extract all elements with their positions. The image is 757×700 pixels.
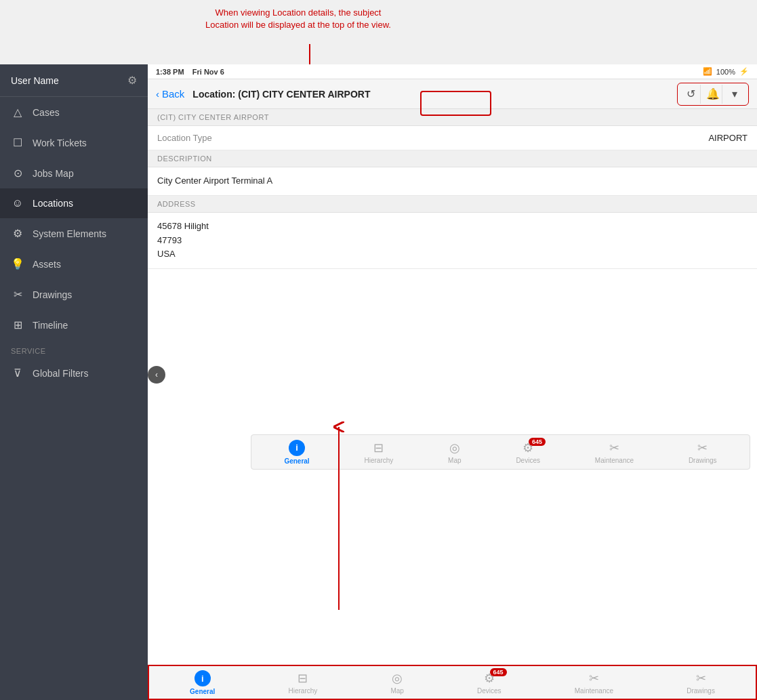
- preview-tab-bar: i General ⊟ Hierarchy ◎ Map ⚙ 645 Device…: [251, 434, 750, 470]
- location-name-header: (CIT) CITY CENTER AIRPORT: [148, 109, 757, 126]
- sidebar-toggle-button[interactable]: ‹: [148, 366, 165, 384]
- sidebar-item-label: Locations: [33, 198, 73, 209]
- hierarchy-icon: ⊟: [373, 440, 384, 455]
- tab-general[interactable]: i General: [184, 667, 220, 698]
- status-time: 1:38 PM Fri Nov 6: [156, 68, 224, 76]
- map-icon: ◎: [449, 440, 460, 455]
- tab-map[interactable]: ◎ Map: [385, 668, 409, 697]
- tab-label-hierarchy-bottom: Hierarchy: [288, 687, 317, 695]
- detail-panel: (CIT) CITY CENTER AIRPORT Location Type …: [148, 109, 757, 700]
- wifi-icon: 📶: [703, 67, 712, 76]
- sidebar: User Name ⚙ △ Cases ☐ Work Tickets ⊙ Job…: [0, 64, 148, 700]
- main-content: ‹ Back Location: (CIT) CITY CENTER AIRPO…: [148, 79, 757, 700]
- address-line1: 45678 Hilight: [157, 220, 748, 234]
- sidebar-item-timeline[interactable]: ⊞ Timeline: [0, 310, 148, 340]
- address-line3: USA: [157, 247, 748, 262]
- tab-bar: i General ⊟ Hierarchy ◎ Map ⚙ 645 Device…: [148, 665, 757, 700]
- empty-space: [148, 269, 757, 405]
- back-chevron-icon: ‹: [156, 88, 159, 100]
- drawings-icon: ✂: [11, 288, 24, 301]
- sidebar-item-label: Timeline: [33, 320, 68, 331]
- drawings-tab-icon: ✂: [697, 440, 708, 455]
- address-header: ADDRESS: [148, 196, 757, 213]
- sidebar-item-drawings[interactable]: ✂ Drawings: [0, 279, 148, 310]
- jobs-map-icon: ⊙: [11, 167, 24, 180]
- nav-commands: ↺ 🔔 ▾: [677, 83, 749, 106]
- global-filters-icon: ⊽: [11, 367, 24, 379]
- tab-label-map: Map: [448, 457, 461, 464]
- sidebar-item-label: Work Tickets: [33, 138, 87, 148]
- refresh-button[interactable]: ↺: [682, 85, 701, 104]
- sidebar-item-label: Cases: [33, 107, 60, 118]
- sidebar-item-cases[interactable]: △ Cases: [0, 97, 148, 127]
- sidebar-item-label: Assets: [33, 259, 61, 270]
- description-value: City Center Airport Terminal A: [148, 167, 757, 196]
- address-value: 45678 Hilight 47793 USA: [148, 213, 757, 269]
- tab-map-preview[interactable]: ◎ Map: [443, 438, 466, 467]
- back-label: Back: [162, 88, 184, 100]
- maintenance-icon: ✂: [609, 440, 619, 455]
- status-right: 📶 100% ⚡: [703, 67, 749, 76]
- sidebar-item-global-filters[interactable]: ⊽ Global Filters: [0, 358, 148, 388]
- sidebar-header: User Name ⚙: [0, 64, 148, 97]
- timeline-icon: ⊞: [11, 318, 24, 331]
- tab-label-maintenance-bottom: Maintenance: [575, 687, 613, 695]
- location-type-value: AIRPORT: [708, 133, 748, 143]
- chevron-down-button[interactable]: ▾: [725, 85, 744, 104]
- general-info-icon-bottom: i: [195, 670, 211, 686]
- sidebar-user-name: User Name: [11, 75, 59, 86]
- gear-icon[interactable]: ⚙: [127, 74, 137, 87]
- tab-maintenance[interactable]: ✂ Maintenance: [569, 668, 619, 697]
- locations-icon: ☺: [11, 197, 24, 209]
- tab-label-map-bottom: Map: [390, 687, 403, 695]
- sidebar-item-label: System Elements: [33, 228, 106, 239]
- devices-badge: 645: [529, 438, 546, 446]
- tab-drawings[interactable]: ✂ Drawings: [681, 668, 720, 697]
- map-icon-bottom: ◎: [392, 671, 403, 686]
- battery-text: 100%: [716, 68, 735, 76]
- sidebar-item-label: Global Filters: [33, 368, 88, 379]
- nav-title: Location: (CIT) CITY CENTER AIRPORT: [192, 89, 669, 100]
- location-type-label: Location Type: [157, 133, 708, 143]
- sidebar-item-label: Drawings: [33, 289, 72, 300]
- tab-label-devices-bottom: Devices: [477, 687, 502, 695]
- location-type-row: Location Type AIRPORT: [148, 126, 757, 150]
- sidebar-item-system-elements[interactable]: ⚙ System Elements: [0, 218, 148, 249]
- battery-icon: ⚡: [739, 67, 749, 76]
- service-section-label: Service: [0, 340, 148, 358]
- tab-label-general-bottom: General: [190, 688, 215, 695]
- tab-label-hierarchy: Hierarchy: [364, 457, 393, 464]
- tab-hierarchy[interactable]: ⊟ Hierarchy: [283, 668, 323, 697]
- drawings-tab-icon-bottom: ✂: [696, 671, 706, 686]
- system-elements-icon: ⚙: [11, 227, 24, 240]
- tab-label-devices: Devices: [516, 457, 540, 464]
- tab-general-preview[interactable]: i General: [279, 437, 314, 468]
- tab-hierarchy-preview[interactable]: ⊟ Hierarchy: [359, 438, 398, 467]
- tab-label-drawings: Drawings: [689, 457, 717, 464]
- tab-label-drawings-bottom: Drawings: [687, 687, 715, 695]
- maintenance-icon-bottom: ✂: [589, 671, 599, 686]
- work-tickets-icon: ☐: [11, 136, 24, 149]
- sidebar-item-work-tickets[interactable]: ☐ Work Tickets: [0, 127, 148, 158]
- tab-devices[interactable]: ⚙ 645 Devices: [472, 668, 507, 697]
- bell-button[interactable]: 🔔: [703, 85, 722, 104]
- general-info-icon: i: [289, 440, 305, 456]
- annotation-top: When viewing Location details, the subje…: [163, 7, 434, 31]
- description-header: DESCRIPTION: [148, 150, 757, 167]
- devices-badge-bottom: 645: [490, 668, 507, 676]
- tab-maintenance-preview[interactable]: ✂ Maintenance: [590, 438, 639, 467]
- tab-label-general: General: [284, 457, 309, 465]
- hierarchy-icon-bottom: ⊟: [298, 671, 308, 686]
- nav-bar: ‹ Back Location: (CIT) CITY CENTER AIRPO…: [148, 79, 757, 109]
- status-bar: 1:38 PM Fri Nov 6 📶 100% ⚡: [148, 64, 757, 79]
- sidebar-item-label: Jobs Map: [33, 168, 74, 179]
- sidebar-item-jobs-map[interactable]: ⊙ Jobs Map: [0, 158, 148, 188]
- sidebar-item-locations[interactable]: ☺ Locations: [0, 188, 148, 218]
- sidebar-item-assets[interactable]: 💡 Assets: [0, 249, 148, 279]
- tab-devices-preview[interactable]: ⚙ 645 Devices: [510, 438, 546, 467]
- address-line2: 47793: [157, 234, 748, 248]
- cases-icon: △: [11, 106, 24, 119]
- tab-drawings-preview[interactable]: ✂ Drawings: [683, 438, 722, 467]
- back-button[interactable]: ‹ Back: [156, 88, 184, 100]
- assets-icon: 💡: [11, 258, 24, 270]
